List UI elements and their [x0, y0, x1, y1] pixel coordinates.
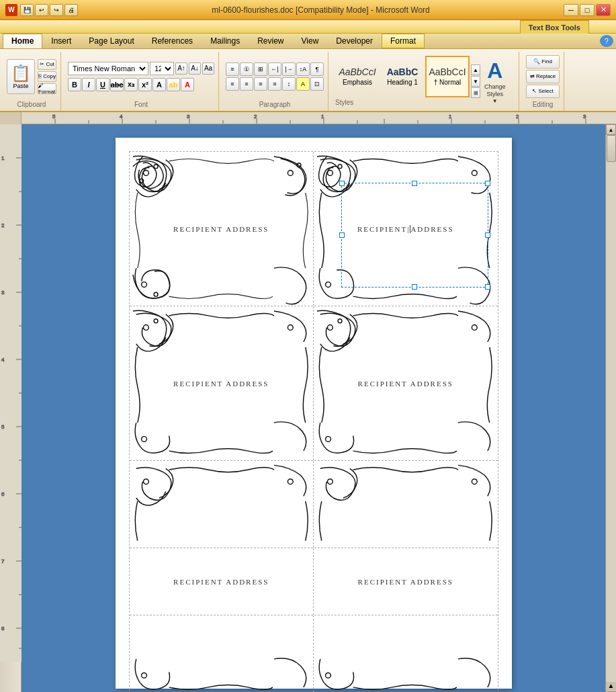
bullets-button[interactable]: ≡	[226, 62, 239, 76]
scroll-up-arrow[interactable]: ▲	[606, 124, 616, 135]
style-normal-button[interactable]: AaBbCcI † Normal	[425, 56, 470, 97]
content-area[interactable]: RECIPIENT ADDRESS	[21, 124, 605, 692]
copy-button[interactable]: ⎘ Copy	[38, 71, 56, 82]
sort-button[interactable]: ↕A	[296, 62, 310, 76]
redo-button[interactable]: ↪	[50, 4, 63, 16]
label-4[interactable]: RECIPIENT ADDRESS	[314, 306, 498, 460]
cut-button[interactable]: ✂ Cut	[38, 59, 56, 70]
scroll-thumb[interactable]	[607, 135, 616, 162]
numbering-button[interactable]: ①	[240, 62, 253, 76]
label-6-bot[interactable]	[314, 615, 498, 692]
tab-format[interactable]: Format	[382, 34, 425, 48]
bold-button[interactable]: B	[68, 78, 81, 91]
handle-bm[interactable]	[412, 284, 417, 290]
scroll-extra-buttons: ▲ ● ▼	[606, 682, 616, 691]
scroll-track[interactable]	[606, 135, 616, 682]
handle-tr[interactable]	[485, 181, 490, 186]
tab-developer[interactable]: Developer	[327, 34, 382, 48]
tab-review[interactable]: Review	[249, 34, 292, 48]
label-3[interactable]: RECIPIENT ADDRESS	[130, 306, 314, 460]
undo-button[interactable]: ↩	[35, 4, 48, 16]
label-6-top[interactable]	[314, 461, 498, 548]
tab-home[interactable]: Home	[3, 34, 42, 48]
grow-font-button[interactable]: A↑	[175, 62, 187, 75]
label-6-mid[interactable]: RECIPIENT ADDRESS	[314, 548, 498, 615]
shading-button[interactable]: A	[296, 77, 310, 91]
format-painter-button[interactable]: 🖌 Format	[38, 83, 56, 94]
window-controls: ─ □ ✕	[564, 4, 611, 16]
superscript-button[interactable]: x²	[138, 78, 152, 91]
handle-br[interactable]	[485, 284, 490, 290]
context-tools-label: Text Box Tools	[520, 20, 589, 34]
handle-tm[interactable]	[412, 181, 417, 186]
styles-content: AaBbCcI Emphasis AaBbC Heading 1 AaBbCcI…	[335, 56, 470, 107]
tab-mailings[interactable]: Mailings	[202, 34, 249, 48]
highlight-button[interactable]: ab	[167, 78, 180, 91]
font-color-button[interactable]: A	[181, 78, 194, 91]
ribbon-content: 📋 Paste ✂ Cut ⎘ Copy 🖌 Format Clipboard …	[0, 49, 616, 111]
increase-indent-button[interactable]: |→	[282, 62, 296, 76]
text-effects-button[interactable]: A	[152, 78, 166, 91]
maximize-button[interactable]: □	[580, 4, 595, 16]
svg-text:6: 6	[1, 491, 5, 497]
tab-insert[interactable]: Insert	[42, 34, 80, 48]
label-5-mid[interactable]: RECIPIENT ADDRESS	[130, 548, 314, 615]
label-1-text: RECIPIENT ADDRESS	[173, 225, 269, 233]
shrink-font-button[interactable]: A↓	[189, 62, 201, 75]
handle-tl[interactable]	[339, 181, 345, 186]
label-5-top[interactable]	[130, 461, 314, 548]
flourish-6-top	[314, 461, 498, 548]
label-row-2: RECIPIENT ADDRESS	[130, 306, 498, 461]
label-2[interactable]: RECIPIENT|ADDRESS	[314, 152, 498, 306]
svg-text:1: 1	[449, 114, 452, 120]
svg-point-74	[141, 673, 146, 678]
save-button[interactable]: 💾	[20, 4, 34, 16]
change-styles-icon: A	[487, 58, 502, 83]
svg-point-59	[338, 165, 342, 169]
tab-page-layout[interactable]: Page Layout	[80, 34, 142, 48]
line-spacing-button[interactable]: ↕	[282, 77, 296, 91]
label-5-bot[interactable]	[130, 615, 314, 692]
font-size-select[interactable]: 12	[150, 62, 174, 75]
justify-button[interactable]: ≡	[268, 77, 281, 91]
close-button[interactable]: ✕	[596, 4, 611, 16]
underline-button[interactable]: U	[96, 78, 109, 91]
select-button[interactable]: ↖ Select	[526, 85, 560, 98]
tab-view[interactable]: View	[293, 34, 328, 48]
handle-ml[interactable]	[339, 232, 345, 238]
align-center-button[interactable]: ≡	[240, 77, 253, 91]
italic-button[interactable]: I	[82, 78, 95, 91]
tab-references[interactable]: References	[143, 34, 202, 48]
align-left-button[interactable]: ≡	[226, 77, 239, 91]
clear-format-button[interactable]: Aa	[202, 62, 214, 75]
borders-button[interactable]: ⊡	[310, 77, 324, 91]
strikethrough-button[interactable]: abc	[110, 78, 124, 91]
styles-more[interactable]: ⊞	[471, 87, 480, 98]
find-button[interactable]: 🔍 Find	[526, 55, 560, 69]
styles-scroll-up[interactable]: ▲	[471, 64, 480, 75]
change-styles-button[interactable]: A ChangeStyles ▼	[480, 56, 510, 107]
replace-button[interactable]: ⇄ Replace	[526, 70, 560, 83]
ruler-area: 5 4 3 2 1 1 2 3	[0, 112, 616, 124]
styles-scroll-down[interactable]: ▼	[471, 76, 480, 87]
label-1[interactable]: RECIPIENT ADDRESS	[130, 152, 314, 306]
clipboard-small-buttons: ✂ Cut ⎘ Copy 🖌 Format	[38, 59, 56, 94]
prev-page-button[interactable]: ▲	[606, 682, 616, 689]
subscript-button[interactable]: x₂	[124, 78, 138, 91]
svg-text:5: 5	[1, 424, 5, 430]
style-emphasis-button[interactable]: AaBbCcI Emphasis	[335, 56, 380, 97]
align-right-button[interactable]: ≡	[254, 77, 267, 91]
label-row-3-bot	[130, 615, 498, 692]
paste-button[interactable]: 📋 Paste	[7, 59, 35, 94]
svg-point-56	[288, 171, 293, 176]
show-formatting-button[interactable]: ¶	[310, 62, 324, 76]
help-button[interactable]: ?	[600, 35, 613, 47]
decrease-indent-button[interactable]: ←|	[268, 62, 281, 76]
minimize-button[interactable]: ─	[564, 4, 578, 16]
multilevel-button[interactable]: ⊞	[254, 62, 267, 76]
font-family-select[interactable]: Times New Roman	[68, 62, 148, 75]
svg-point-71	[288, 479, 293, 484]
print-preview-button[interactable]: 🖨	[64, 4, 78, 16]
style-heading1-button[interactable]: AaBbC Heading 1	[380, 56, 425, 97]
handle-mr[interactable]	[485, 232, 490, 238]
